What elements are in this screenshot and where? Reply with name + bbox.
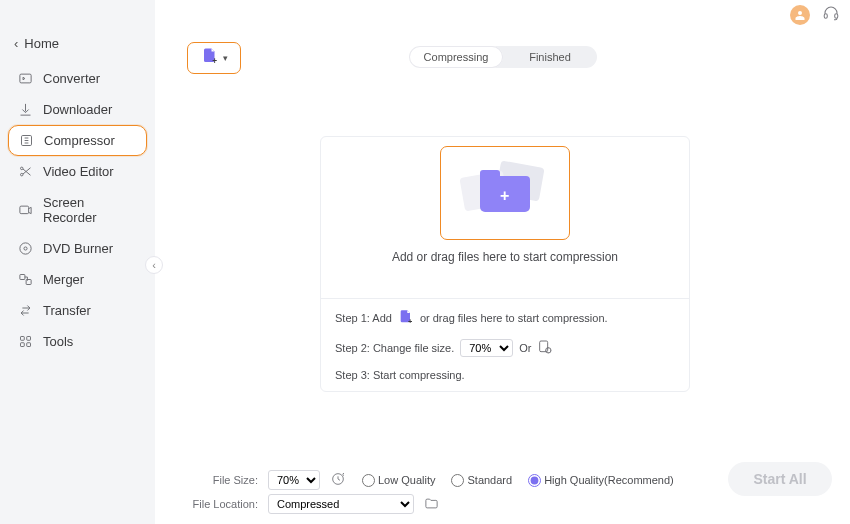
folder-plus-icon: + (476, 172, 534, 214)
sidebar-item-converter[interactable]: Converter (0, 63, 155, 94)
quality-high-radio[interactable]: High Quality(Recommend) (528, 474, 674, 487)
sidebar-item-label: Tools (43, 334, 73, 349)
sidebar: ‹ Home Converter Downloader Compressor V… (0, 0, 155, 524)
sidebar-item-tools[interactable]: Tools (0, 326, 155, 357)
add-file-icon: + (201, 47, 219, 69)
sidebar-item-label: Transfer (43, 303, 91, 318)
transfer-icon (18, 303, 33, 318)
sidebar-item-compressor[interactable]: Compressor (8, 125, 147, 156)
step-1-label-b: or drag files here to start compression. (420, 312, 608, 324)
tab-compressing[interactable]: Compressing (409, 46, 503, 68)
add-file-button[interactable]: + ▾ (187, 42, 241, 74)
sidebar-item-merger[interactable]: Merger (0, 264, 155, 295)
sidebar-item-downloader[interactable]: Downloader (0, 94, 155, 125)
sidebar-item-label: Downloader (43, 102, 112, 117)
merger-icon (18, 272, 33, 287)
svg-rect-9 (20, 275, 25, 280)
disc-icon (18, 241, 33, 256)
grid-icon (18, 334, 33, 349)
compressor-icon (19, 133, 34, 148)
sidebar-item-label: Merger (43, 272, 84, 287)
download-icon (18, 102, 33, 117)
add-file-icon[interactable]: + (398, 309, 414, 327)
user-avatar[interactable] (790, 5, 810, 25)
svg-rect-10 (26, 280, 31, 285)
collapse-sidebar-button[interactable]: ‹ (145, 256, 163, 274)
svg-point-18 (546, 348, 551, 353)
svg-point-5 (21, 173, 24, 176)
step-2-size-select[interactable]: 70% (460, 339, 513, 357)
svg-rect-1 (835, 14, 838, 19)
step-1-label-a: Step 1: Add (335, 312, 392, 324)
sidebar-item-label: DVD Burner (43, 241, 113, 256)
home-back-button[interactable]: ‹ Home (0, 30, 155, 57)
drop-zone[interactable]: + Add or drag files here to start compre… (320, 136, 690, 392)
step-2-label: Step 2: Change file size. (335, 342, 454, 354)
svg-point-8 (24, 247, 27, 250)
svg-text:+: + (212, 57, 217, 65)
start-all-button[interactable]: Start All (728, 462, 832, 496)
sidebar-item-label: Video Editor (43, 164, 114, 179)
reset-size-icon[interactable] (330, 471, 346, 489)
chevron-down-icon: ▾ (223, 53, 228, 63)
home-label: Home (24, 36, 59, 51)
quality-low-radio[interactable]: Low Quality (362, 474, 435, 487)
file-size-label: File Size: (172, 474, 258, 486)
drop-zone-caption: Add or drag files here to start compress… (321, 250, 689, 264)
steps-panel: Step 1: Add + or drag files here to star… (321, 298, 689, 391)
svg-text:+: + (408, 317, 412, 325)
sidebar-item-video-editor[interactable]: Video Editor (0, 156, 155, 187)
sidebar-item-label: Compressor (44, 133, 115, 148)
sidebar-item-dvd-burner[interactable]: DVD Burner (0, 233, 155, 264)
svg-rect-0 (824, 14, 827, 19)
main-panel: + ▾ Compressing Finished + Add or drag f… (172, 36, 834, 456)
svg-point-4 (21, 167, 24, 170)
file-location-select[interactable]: Compressed (268, 494, 414, 514)
sidebar-item-transfer[interactable]: Transfer (0, 295, 155, 326)
svg-rect-12 (27, 337, 31, 341)
open-folder-icon[interactable] (424, 496, 439, 513)
step-2-or: Or (519, 342, 531, 354)
file-size-select[interactable]: 70% (268, 470, 320, 490)
support-headset-icon[interactable] (822, 4, 840, 26)
drop-zone-add-button[interactable]: + (440, 146, 570, 240)
scissors-icon (18, 164, 33, 179)
step-3: Step 3: Start compressing. (335, 369, 675, 381)
task-tabs: Compressing Finished (409, 46, 597, 68)
converter-icon (18, 71, 33, 86)
step-2: Step 2: Change file size. 70% Or (335, 339, 675, 357)
sidebar-item-screen-recorder[interactable]: Screen Recorder (0, 187, 155, 233)
svg-rect-17 (540, 341, 548, 352)
svg-point-7 (20, 243, 31, 254)
sidebar-item-label: Converter (43, 71, 100, 86)
step-1: Step 1: Add + or drag files here to star… (335, 309, 675, 327)
file-location-label: File Location: (172, 498, 258, 510)
quality-standard-radio[interactable]: Standard (451, 474, 512, 487)
svg-rect-11 (21, 337, 25, 341)
recorder-icon (18, 203, 33, 218)
svg-rect-6 (20, 206, 29, 214)
svg-rect-14 (27, 343, 31, 347)
chevron-left-icon: ‹ (14, 36, 18, 51)
tab-finished[interactable]: Finished (503, 46, 597, 68)
step-3-label: Step 3: Start compressing. (335, 369, 465, 381)
settings-file-icon[interactable] (537, 339, 553, 357)
svg-rect-13 (21, 343, 25, 347)
sidebar-item-label: Screen Recorder (43, 195, 141, 225)
